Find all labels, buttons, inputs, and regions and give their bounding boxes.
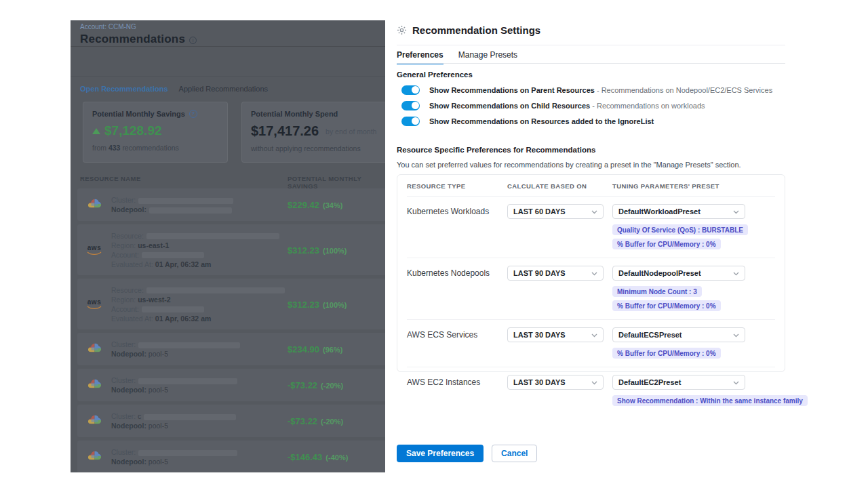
resource-type-label: AWS ECS Services (407, 327, 507, 359)
aws-icon-cell: aws (77, 245, 111, 256)
resource-table-header: RESOURCE TYPE CALCULATE BASED ON TUNING … (407, 182, 775, 197)
help-icon[interactable]: ? (189, 110, 197, 118)
gcp-icon-cell (77, 342, 111, 357)
resource-details: Cluster:Nodepool: pool-5 (111, 375, 237, 394)
toggle-label: Show Recommendations on Resources added … (429, 117, 654, 125)
resource-pref-row: Kubernetes NodepoolsLAST 90 DAYSDefaultN… (407, 258, 775, 319)
resource-detail-line: Cluster: (111, 195, 233, 205)
resource-detail-line: Nodepool: pool-5 (111, 457, 237, 466)
resource-details: Cluster:Nodepool: pool-5 (111, 340, 240, 359)
toggle-knob (412, 102, 419, 109)
savings-percent: (100%) (323, 300, 347, 308)
savings-subtitle: from 433 recommendations (92, 144, 218, 152)
redacted-text (142, 252, 204, 258)
redacted-text (138, 450, 237, 456)
savings-amount: -$73.22 (288, 416, 317, 426)
preset-badge: Show Recommendation : Within the same in… (612, 395, 808, 406)
redacted-text (144, 414, 236, 420)
info-icon[interactable]: i (189, 37, 197, 44)
recommendations-tabs: Open RecommendationsApplied Recommendati… (80, 85, 268, 93)
savings-percent: (96%) (323, 346, 342, 354)
settings-title: Recommendation Settings (412, 24, 540, 36)
preset-badge: Quality Of Service (QoS) : BURSTABLE (612, 224, 748, 235)
gcp-icon-cell (77, 198, 111, 212)
tab-manage-presets[interactable]: Manage Presets (458, 50, 517, 64)
resource-details: Cluster:Nodepool: pool-5 (111, 447, 237, 466)
resource-detail-line: Cluster: c (111, 411, 236, 421)
aws-icon: aws (87, 299, 102, 310)
redacted-text (138, 198, 233, 204)
title-divider (397, 45, 785, 45)
table-row[interactable]: Cluster:Nodepool: pool-5$234.90(96%) (77, 333, 385, 365)
gcp-cloud-icon (87, 198, 102, 212)
gear-icon (397, 25, 407, 35)
column-resource-type: RESOURCE TYPE (407, 182, 507, 190)
detail-label: Region: (111, 296, 136, 304)
toggle-label-bold: Show Recommendations on Resources added … (429, 117, 654, 125)
calculate-based-on-select[interactable]: LAST 90 DAYS (507, 266, 604, 281)
detail-value: us-east-1 (138, 241, 169, 249)
table-row[interactable]: Cluster: cNodepool: pool-5-$73.22(-20%) (77, 405, 385, 437)
potential-monthly-savings-card: Potential Monthly Savings ? $7,128.92 fr… (83, 102, 228, 163)
table-row[interactable]: Cluster:Nodepool: pool-5-$146.43(-40%) (77, 441, 385, 472)
toggle-label: Show Recommendations on Child Resources … (429, 102, 705, 110)
chevron-down-icon (591, 378, 597, 386)
tuning-preset-select[interactable]: DefaultEC2Preset (612, 375, 745, 390)
tuning-preset-select[interactable]: DefaultWorkloadPreset (612, 204, 745, 219)
toggle-switch[interactable] (401, 117, 420, 126)
calculate-based-on-select[interactable]: LAST 30 DAYS (507, 375, 604, 390)
spend-subtitle: without applying recommendations (251, 144, 385, 152)
chevron-down-icon (733, 331, 739, 339)
tab-preferences[interactable]: Preferences (397, 50, 443, 64)
detail-label: Nodepool: (111, 458, 146, 466)
gcp-icon-cell (77, 378, 111, 392)
spend-amount-suffix: by end of month (326, 127, 376, 136)
resource-preferences-description: You can set preferred values for recomme… (397, 161, 741, 169)
recommendations-page-dimmed: Account: CCM-NG Recommendations i Open R… (71, 20, 385, 472)
recommendation-settings-drawer: Recommendation Settings PreferencesManag… (385, 0, 800, 488)
detail-label: Cluster: (111, 448, 136, 456)
preset-badges: Quality Of Service (QoS) : BURSTABLE% Bu… (612, 224, 775, 249)
tab-open-recommendations[interactable]: Open Recommendations (80, 85, 168, 93)
header-divider (71, 46, 385, 47)
select-value: LAST 30 DAYS (513, 331, 566, 339)
resource-detail-line: Resource: (111, 285, 285, 295)
general-preferences-heading: General Preferences (397, 70, 473, 79)
detail-label: Account: (111, 251, 139, 259)
settings-tabs: PreferencesManage Presets (397, 50, 517, 64)
table-row[interactable]: Cluster:Nodepool: pool-5-$73.22(-20%) (77, 369, 385, 401)
redacted-text (149, 207, 232, 214)
tuning-preset-select[interactable]: DefaultNodepoolPreset (612, 266, 745, 281)
savings-amount: $7,128.92 (104, 123, 162, 138)
cancel-button[interactable]: Cancel (492, 445, 537, 462)
resource-details: Resource:Region: us-west-2Account:Evalua… (111, 285, 285, 323)
preset-badge: % Buffer for CPU/Memory : 0% (612, 239, 721, 249)
toggle-row: Show Recommendations on Child Resources … (401, 98, 772, 113)
resource-details: Cluster: cNodepool: pool-5 (111, 411, 236, 430)
resource-preferences-table: RESOURCE TYPE CALCULATE BASED ON TUNING … (397, 174, 785, 372)
row-savings-value: $312.23(100%) (288, 245, 347, 255)
gcp-cloud-icon (87, 450, 102, 464)
table-row[interactable]: awsResource:Region: us-east-1Account:Eva… (77, 224, 385, 275)
toggle-knob (412, 86, 419, 94)
resource-pref-row: Kubernetes WorkloadsLAST 60 DAYSDefaultW… (407, 197, 775, 258)
toggle-switch[interactable] (401, 101, 420, 110)
savings-percent: (-40%) (326, 453, 348, 462)
resource-detail-line: Evaluated At: 01 Apr, 06:32 am (111, 260, 279, 269)
aws-icon-cell: aws (77, 299, 111, 310)
calculate-based-on-select[interactable]: LAST 60 DAYS (507, 204, 604, 219)
table-row[interactable]: Cluster:Nodepool:$229.42(34%) (77, 188, 385, 221)
detail-value: pool-5 (149, 386, 168, 394)
detail-label: Nodepool: (111, 350, 146, 358)
gcp-cloud-icon (87, 414, 102, 428)
save-preferences-button[interactable]: Save Preferences (397, 445, 484, 462)
table-row[interactable]: awsResource:Region: us-west-2Account:Eva… (77, 279, 385, 329)
tuning-preset-select[interactable]: DefaultECSPreset (612, 327, 745, 342)
select-value: LAST 60 DAYS (513, 207, 566, 216)
chevron-down-icon (733, 269, 739, 277)
tuning-preset-cell: DefaultWorkloadPresetQuality Of Service … (612, 204, 775, 249)
tab-applied-recommendations[interactable]: Applied Recommendations (179, 85, 268, 93)
calculate-based-on-select[interactable]: LAST 30 DAYS (507, 327, 604, 342)
redacted-text (138, 378, 237, 384)
toggle-switch[interactable] (401, 85, 420, 95)
